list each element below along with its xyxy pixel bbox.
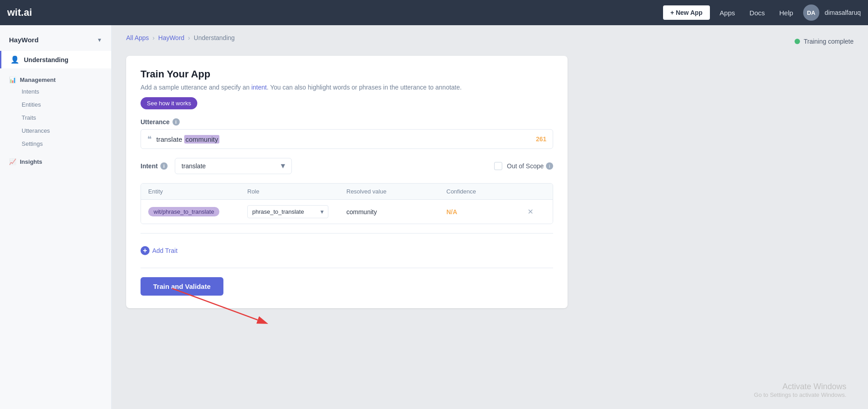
entity-table: Entity Role Resolved value Confidence wi… — [141, 183, 553, 224]
utterance-label: Utterance i — [141, 118, 553, 126]
docs-link[interactable]: Docs — [745, 6, 769, 19]
content-area: All Apps › HayWord › Understanding Train… — [112, 25, 868, 409]
intent-link[interactable]: intent — [251, 84, 267, 91]
intent-select[interactable]: translate greeting farewell help — [175, 158, 292, 174]
training-status: Training complete — [795, 38, 854, 45]
breadcrumb-sep1: › — [153, 34, 155, 41]
sidebar-section-insights: 📈 Insights — [0, 154, 111, 167]
role-select-wrapper: phrase_to_translate ▼ — [247, 205, 328, 218]
out-of-scope-checkbox[interactable] — [494, 162, 502, 170]
intent-info-icon[interactable]: i — [160, 162, 168, 170]
insights-group-label: 📈 Insights — [0, 154, 111, 167]
brand-logo: wit.ai — [7, 7, 32, 18]
utterance-input[interactable]: ❝ translate community 261 — [141, 129, 553, 149]
sidebar-item-label-understanding: Understanding — [24, 56, 68, 63]
train-validate-button[interactable]: Train and Validate — [141, 277, 223, 296]
watermark-subtitle: Go to Settings to activate Windows. — [754, 391, 846, 398]
training-status-label: Training complete — [804, 38, 854, 45]
role-select[interactable]: phrase_to_translate — [247, 205, 328, 218]
management-group-label: 📊 Management — [0, 72, 111, 85]
sidebar: HayWord ▼ 👤 Understanding 📊 Management I… — [0, 25, 112, 409]
apps-link[interactable]: Apps — [715, 6, 740, 19]
main-layout: HayWord ▼ 👤 Understanding 📊 Management I… — [0, 25, 868, 409]
col-resolved: Resolved value — [346, 188, 446, 195]
card-subtitle: Add a sample utterance and specify an in… — [141, 84, 553, 91]
intent-select-wrapper: translate greeting farewell help ▼ — [175, 158, 292, 174]
confidence-cell: N/A — [446, 208, 527, 216]
watermark-title: Activate Windows — [754, 382, 846, 391]
see-how-button[interactable]: See how it works — [141, 97, 197, 109]
windows-watermark: Activate Windows Go to Settings to activ… — [754, 382, 846, 398]
sidebar-item-utterances[interactable]: Utterances — [0, 124, 111, 137]
utterance-info-icon[interactable]: i — [173, 118, 180, 126]
avatar-initials: DA — [807, 9, 815, 16]
insights-icon: 📈 — [9, 158, 16, 165]
sidebar-item-settings[interactable]: Settings — [0, 137, 111, 150]
out-of-scope-label: Out of Scope i — [507, 162, 553, 170]
topnav: wit.ai + New App Apps Docs Help DA dimas… — [0, 0, 868, 25]
train-button-area: Train and Validate — [141, 277, 223, 296]
management-label: Management — [20, 76, 55, 83]
username-label: dimasalfaruq — [825, 9, 861, 16]
col-action — [527, 188, 545, 195]
resolved-value-cell: community — [346, 208, 446, 216]
add-trait-button[interactable]: + Add Trait — [141, 243, 177, 259]
utterance-highlighted-word: community — [184, 135, 220, 144]
out-of-scope-info-icon[interactable]: i — [546, 162, 553, 170]
intent-row: Intent i translate greeting farewell hel… — [141, 158, 553, 174]
chevron-down-icon: ▼ — [97, 37, 102, 43]
role-cell: phrase_to_translate ▼ — [247, 205, 346, 218]
card-subtitle-suffix: . You can also highlight words or phrase… — [267, 84, 462, 91]
remove-cell: ✕ — [527, 207, 545, 216]
avatar[interactable]: DA — [803, 4, 819, 21]
sidebar-item-intents[interactable]: Intents — [0, 85, 111, 98]
sidebar-app-name: HayWord — [9, 36, 39, 44]
entity-cell: wit/phrase_to_translate — [148, 207, 247, 216]
sidebar-section-management: 📊 Management Intents Entities Traits Utt… — [0, 72, 111, 150]
understanding-icon: 👤 — [10, 55, 19, 64]
divider-2 — [141, 268, 553, 268]
add-trait-label: Add Trait — [152, 247, 177, 254]
entity-badge: wit/phrase_to_translate — [148, 207, 219, 216]
bar-chart-icon: 📊 — [9, 76, 16, 83]
col-entity: Entity — [148, 188, 247, 195]
sidebar-item-understanding[interactable]: 👤 Understanding — [0, 51, 111, 68]
plus-icon: + — [141, 246, 150, 255]
insights-label: Insights — [20, 158, 42, 165]
intent-field-label: Intent i — [141, 162, 168, 170]
utterance-char-count: 261 — [536, 135, 546, 143]
quote-icon: ❝ — [147, 134, 152, 144]
page-title: Train Your App — [141, 68, 553, 80]
sidebar-item-entities[interactable]: Entities — [0, 98, 111, 111]
main-card: Train Your App Add a sample utterance an… — [126, 56, 568, 308]
sidebar-section-understanding: 👤 Understanding — [0, 51, 111, 68]
utterance-text: translate community — [156, 135, 546, 143]
col-role: Role — [247, 188, 346, 195]
col-confidence: Confidence — [446, 188, 527, 195]
breadcrumb-app-name[interactable]: HayWord — [158, 34, 184, 41]
table-row: wit/phrase_to_translate phrase_to_transl… — [141, 200, 553, 224]
divider — [141, 233, 553, 234]
app-selector[interactable]: HayWord ▼ — [0, 32, 111, 47]
sidebar-item-traits[interactable]: Traits — [0, 111, 111, 124]
breadcrumb-sep2: › — [188, 34, 190, 41]
training-status-dot — [795, 39, 800, 44]
breadcrumb-current: Understanding — [194, 34, 235, 41]
out-of-scope-wrap: Out of Scope i — [494, 162, 553, 170]
utterance-prefix: translate — [156, 135, 184, 143]
help-link[interactable]: Help — [775, 6, 798, 19]
breadcrumb-all-apps[interactable]: All Apps — [126, 34, 149, 41]
new-app-button[interactable]: + New App — [663, 5, 709, 20]
breadcrumb: All Apps › HayWord › Understanding — [126, 34, 235, 41]
remove-entity-button[interactable]: ✕ — [527, 207, 533, 216]
card-subtitle-prefix: Add a sample utterance and specify an — [141, 84, 251, 91]
entity-table-header: Entity Role Resolved value Confidence — [141, 184, 553, 200]
